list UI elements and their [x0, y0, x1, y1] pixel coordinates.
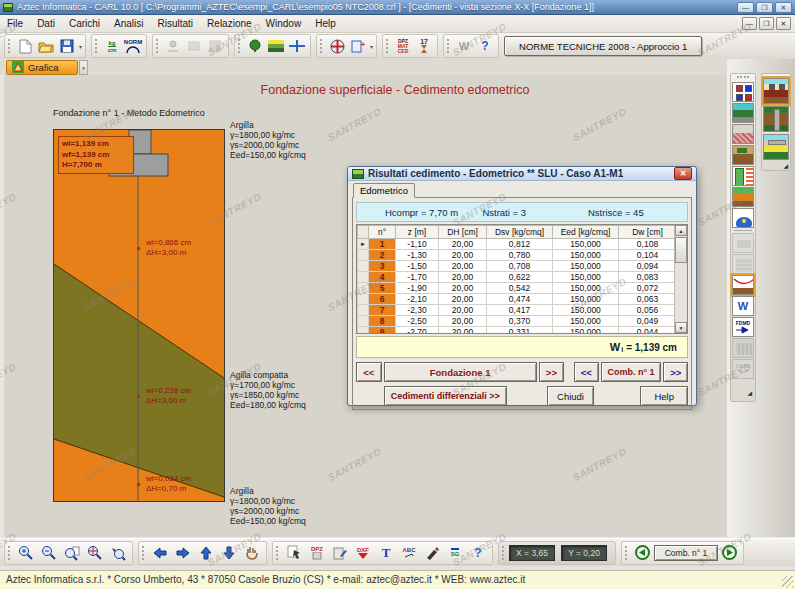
help-icon[interactable]: ? — [475, 36, 495, 56]
new-file-icon[interactable] — [15, 36, 35, 56]
scroll-thumb[interactable] — [675, 237, 687, 263]
palo-type-icon[interactable] — [763, 106, 789, 132]
open-file-icon[interactable] — [36, 36, 56, 56]
group-dropdown-icon[interactable]: ▾ — [370, 43, 373, 50]
zoom-in-icon[interactable] — [15, 543, 37, 563]
child-restore-icon[interactable]: ❐ — [759, 17, 774, 30]
table-row[interactable]: ►1-1,1020,000,812150,0000,108 — [358, 239, 677, 250]
tab-edometrico[interactable]: Edometrico — [353, 183, 415, 198]
disabled-tool2-icon[interactable] — [205, 36, 225, 56]
note-edit-icon[interactable] — [329, 543, 351, 563]
bulb-pressure-icon[interactable] — [732, 208, 754, 228]
pan-down-icon[interactable] — [218, 543, 240, 563]
menu-item-window[interactable]: Window — [259, 16, 309, 31]
menu-item-help[interactable]: Help — [308, 16, 343, 31]
chiudi-button[interactable]: Chiudi — [547, 386, 595, 406]
soil-hatch-icon[interactable] — [732, 124, 754, 144]
scroll-down-icon[interactable]: ▼ — [675, 322, 687, 333]
prev-fondazione-button[interactable]: << — [356, 362, 382, 382]
dpz-export-icon[interactable]: DPZ — [306, 543, 328, 563]
menu-item-risultati[interactable]: Risultati — [151, 16, 201, 31]
scroll-up-icon[interactable]: ▲ — [675, 225, 687, 236]
table-row[interactable]: 2-1,3020,000,780150,0000,104 — [358, 250, 677, 261]
pan-up-icon[interactable] — [195, 543, 217, 563]
pan-left-icon[interactable] — [149, 543, 171, 563]
table-row[interactable]: 7-2,3020,000,417150,0000,056 — [358, 305, 677, 316]
tab-grafica[interactable]: Grafica — [6, 60, 78, 75]
zoom-out-icon[interactable] — [38, 543, 60, 563]
child-minimize-icon[interactable]: — — [742, 17, 757, 30]
table-row[interactable]: 3-1,5020,000,708150,0000,094 — [358, 261, 677, 272]
word-export-icon[interactable]: W — [454, 36, 474, 56]
toolbar-overflow-icon[interactable]: ◢ — [747, 390, 752, 396]
disabled-tool-icon[interactable] — [732, 233, 754, 253]
global-view-icon[interactable] — [327, 36, 347, 56]
fondazione-selector[interactable]: Fondazione 1 — [384, 362, 537, 382]
disabled-grid-icon[interactable] — [732, 254, 754, 274]
units-icon[interactable]: kgcm — [102, 36, 122, 56]
menu-item-carichi[interactable]: Carichi — [62, 16, 107, 31]
pressure-diagram-icon[interactable] — [732, 166, 754, 186]
table-row[interactable]: 4-1,7020,000,622150,0000,083 — [358, 272, 677, 283]
menu-item-analisi[interactable]: Analisi — [107, 16, 150, 31]
menu-item-dati[interactable]: Dati — [30, 16, 62, 31]
restore-icon[interactable]: ❐ — [756, 2, 773, 13]
save-icon[interactable] — [57, 36, 77, 56]
stratigraphy-icon[interactable] — [732, 103, 754, 123]
cedimenti-tool-icon[interactable] — [732, 275, 754, 295]
excavation-icon[interactable] — [732, 145, 754, 165]
combinations-icon[interactable] — [732, 82, 754, 102]
menu-item-relazione[interactable]: Relazione — [200, 16, 258, 31]
disabled-tool-icon[interactable] — [184, 36, 204, 56]
dialog-titlebar[interactable]: Risultati cedimento - Edometrico ** SLU … — [348, 167, 696, 181]
abac-icon[interactable]: ABAC — [732, 359, 754, 379]
select-entity-icon[interactable] — [283, 543, 305, 563]
prev-comb-button[interactable]: << — [574, 362, 599, 382]
child-close-icon[interactable]: ✕ — [776, 17, 791, 30]
font-tool-icon[interactable]: ABC — [398, 543, 420, 563]
schemi-icon[interactable] — [732, 338, 754, 358]
zoom-window-icon[interactable] — [107, 543, 129, 563]
table-row[interactable]: 8-2,5020,000,370150,0000,049 — [358, 316, 677, 327]
context-help-icon[interactable]: ? — [467, 543, 489, 563]
dxf-export-icon[interactable]: DXF — [352, 543, 374, 563]
plinto-type-icon[interactable] — [763, 78, 789, 104]
zoom-extents-icon[interactable] — [84, 543, 106, 563]
cedimenti-differenziali-button[interactable]: Cedimenti differenziali >> — [384, 386, 507, 406]
soil-layers-icon[interactable] — [266, 36, 286, 56]
minimize-icon[interactable]: — — [737, 2, 754, 13]
dpz-mat-ced-icon[interactable]: DPZMATCED — [393, 36, 413, 56]
vegetation-icon[interactable] — [245, 36, 265, 56]
menu-item-file[interactable]: File — [0, 16, 30, 31]
zoom-page-icon[interactable] — [61, 543, 83, 563]
section-plane-icon[interactable] — [287, 36, 307, 56]
fdmd-icon[interactable]: FDMD — [732, 317, 754, 337]
combination-selector-button[interactable]: Comb. n° 1 — [654, 545, 718, 561]
word-report-icon[interactable]: W — [732, 296, 754, 316]
norme-tecniche-button[interactable]: NORME TECNICHE 2008 - Approccio 1 — [504, 36, 702, 56]
text-tool-icon[interactable]: T — [375, 543, 397, 563]
next-comb-button[interactable]: >> — [663, 362, 688, 382]
close-icon[interactable]: ✕ — [775, 2, 792, 13]
layout-plus-icon[interactable]: + — [348, 36, 368, 56]
resize-grip[interactable] — [782, 576, 794, 588]
platea-type-icon[interactable] — [763, 134, 789, 160]
dialog-close-icon[interactable]: ✕ — [674, 167, 692, 180]
group-dropdown-icon[interactable]: ▾ — [79, 43, 82, 50]
hourglass-icon[interactable]: 17 — [414, 36, 434, 56]
table-row[interactable]: 6-2,1020,000,474150,0000,063 — [358, 294, 677, 305]
table-row[interactable]: 5-1,9020,000,542150,0000,072 — [358, 283, 677, 294]
brush-tool-icon[interactable] — [421, 543, 443, 563]
comb-selector[interactable]: Comb. n° 1 — [601, 362, 662, 382]
flyout-corner-icon[interactable]: ◢ — [783, 162, 788, 169]
next-fondazione-button[interactable]: >> — [539, 362, 565, 382]
next-combination-icon[interactable] — [722, 545, 737, 560]
sg-tool-icon[interactable]: SG — [444, 543, 466, 563]
load-capacity-icon[interactable] — [163, 36, 183, 56]
layered-soil-icon[interactable] — [732, 187, 754, 207]
prev-combination-icon[interactable] — [635, 545, 650, 560]
norm-icon[interactable]: NORM — [123, 36, 143, 56]
grafica-dropdown-icon[interactable]: ▾ — [79, 60, 88, 75]
pan-right-icon[interactable] — [172, 543, 194, 563]
help-button[interactable]: Help — [640, 386, 688, 406]
